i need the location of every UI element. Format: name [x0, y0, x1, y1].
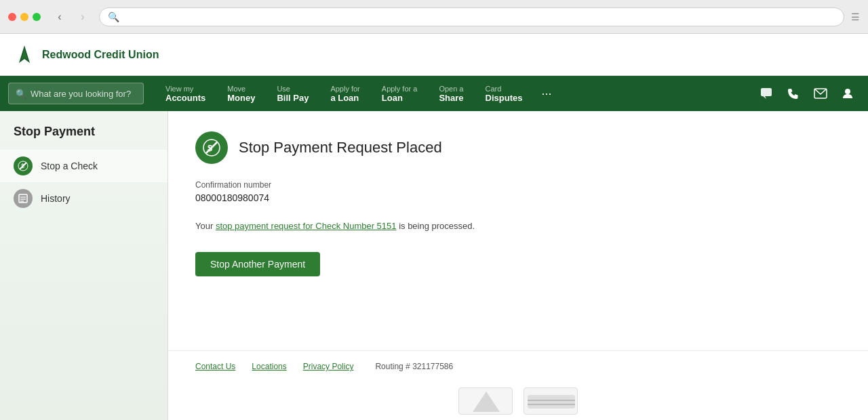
nav-item-money[interactable]: Move Money [216, 76, 266, 111]
nav-item-main-accounts: Accounts [165, 93, 205, 103]
forward-button[interactable]: › [73, 7, 92, 26]
nav-item-label-loan1: Apply for [330, 85, 359, 93]
sidebar-item-stop-check[interactable]: $ Stop a Check [0, 150, 167, 182]
search-icon: 🔍 [16, 89, 26, 99]
nav-item-share[interactable]: Open a Share [428, 76, 474, 111]
browser-chrome: ‹ › 🔍 ☰ [0, 0, 868, 34]
nav-item-label-loan2: Apply for a [382, 85, 418, 93]
bottom-icon-2 [524, 387, 578, 415]
nav-item-label-accounts: View my [165, 85, 193, 93]
nav-item-accounts[interactable]: View my Accounts [155, 76, 216, 111]
search-placeholder: What are you looking for? [31, 89, 131, 99]
svg-point-5 [845, 89, 850, 94]
svg-text:$: $ [208, 143, 213, 153]
nav-chat-icon[interactable] [754, 81, 778, 106]
nav-item-loan2[interactable]: Apply for a Loan [371, 76, 429, 111]
confirmation-label: Confirmation number [195, 180, 841, 190]
search-icon: 🔍 [108, 12, 119, 22]
svg-rect-2 [761, 88, 772, 96]
nav-item-main-disputes: Disputes [486, 93, 523, 103]
privacy-policy-link[interactable]: Privacy Policy [303, 362, 354, 371]
nav-item-label-money: Move [227, 85, 245, 93]
back-button[interactable]: ‹ [50, 7, 69, 26]
traffic-lights [8, 13, 41, 21]
nav-item-label-disputes: Card [486, 85, 502, 93]
nav-bar: 🔍 What are you looking for? View my Acco… [0, 76, 868, 111]
sidebar-item-history[interactable]: History [0, 182, 167, 215]
svg-text:$: $ [21, 163, 24, 169]
nav-phone-icon[interactable] [781, 81, 806, 106]
nav-user-icon[interactable] [835, 81, 860, 106]
minimize-button[interactable] [20, 13, 28, 21]
history-icon [14, 189, 33, 208]
nav-more-button[interactable]: ··· [533, 87, 559, 101]
address-bar[interactable]: 🔍 [99, 7, 844, 26]
nav-item-main-money: Money [227, 93, 255, 103]
logo-icon [14, 44, 35, 66]
nav-item-main-loan2: Loan [382, 93, 403, 103]
nav-item-disputes[interactable]: Card Disputes [475, 76, 534, 111]
svg-rect-17 [528, 395, 575, 408]
top-bar: Redwood Credit Union [0, 34, 868, 76]
success-header: $ Stop Payment Request Placed [195, 131, 841, 164]
maximize-button[interactable] [33, 13, 41, 21]
app: Redwood Credit Union 🔍 What are you look… [0, 34, 868, 420]
page-area: $ Stop Payment Request Placed Confirmati… [168, 111, 868, 350]
bottom-icons [168, 382, 868, 420]
nav-item-billpay[interactable]: Use Bill Pay [266, 76, 319, 111]
browser-icons: ☰ [851, 12, 860, 22]
success-title: Stop Payment Request Placed [239, 139, 442, 156]
logo-text: Redwood Credit Union [42, 49, 159, 61]
info-text-prefix: Your [195, 221, 216, 231]
confirmation-number: 08000180980074 [195, 192, 841, 203]
confirmation-section: Confirmation number 08000180980074 [195, 180, 841, 203]
stop-payment-link[interactable]: stop payment request for Check Number 51… [216, 221, 397, 231]
nav-right-icons [754, 81, 860, 106]
nav-mail-icon[interactable] [808, 81, 833, 106]
footer-routing: Routing # 321177586 [375, 362, 453, 371]
sidebar-item-label-stop-check: Stop a Check [41, 161, 98, 171]
svg-marker-3 [763, 96, 766, 99]
svg-marker-16 [473, 392, 500, 412]
nav-item-main-loan1: a Loan [330, 93, 359, 103]
sidebar-item-label-history: History [41, 193, 71, 204]
info-text: Your stop payment request for Check Numb… [195, 219, 841, 233]
browser-nav-buttons: ‹ › [50, 7, 92, 26]
sidebar: Stop Payment $ Stop a Check History [0, 111, 168, 420]
nav-item-loan1[interactable]: Apply for a Loan [319, 76, 370, 111]
nav-item-label-share: Open a [439, 85, 463, 93]
page-wrapper: $ Stop Payment Request Placed Confirmati… [168, 111, 868, 420]
contact-us-link[interactable]: Contact Us [195, 362, 235, 371]
main-content: Stop Payment $ Stop a Check History [0, 111, 868, 420]
success-icon: $ [195, 131, 228, 164]
browser-share-icon: ☰ [851, 12, 860, 22]
info-text-suffix: is being processed. [397, 221, 475, 231]
search-box[interactable]: 🔍 What are you looking for? [8, 83, 144, 104]
footer-bar: Contact Us Locations Privacy Policy Rout… [168, 350, 868, 382]
sidebar-title: Stop Payment [0, 125, 167, 150]
bottom-icon-1 [458, 387, 513, 415]
close-button[interactable] [8, 13, 16, 21]
logo: Redwood Credit Union [14, 44, 159, 66]
nav-item-main-billpay: Bill Pay [277, 93, 309, 103]
nav-item-main-share: Share [439, 93, 463, 103]
stop-check-icon: $ [14, 156, 33, 175]
locations-link[interactable]: Locations [252, 362, 286, 371]
stop-another-payment-button[interactable]: Stop Another Payment [195, 252, 320, 276]
nav-item-label-billpay: Use [277, 85, 290, 93]
nav-items: View my Accounts Move Money Use Bill Pay… [155, 76, 754, 111]
